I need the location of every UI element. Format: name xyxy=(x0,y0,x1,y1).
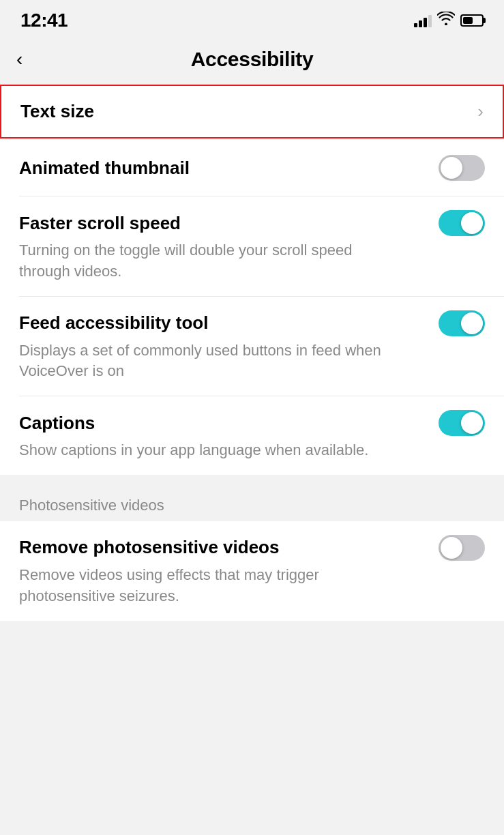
section-separator xyxy=(0,476,504,486)
captions-label: Captions xyxy=(19,413,95,434)
faster-scroll-desc: Turning on the toggle will double your s… xyxy=(19,240,401,282)
photosensitive-section: Remove photosensitive videos Remove vide… xyxy=(0,521,504,621)
wifi-icon xyxy=(437,12,455,29)
feed-accessibility-item: Feed accessibility tool Displays a set o… xyxy=(0,297,504,396)
text-size-item[interactable]: Text size › xyxy=(1,86,503,137)
animated-thumbnail-label: Animated thumbnail xyxy=(19,158,190,179)
battery-icon xyxy=(460,14,484,27)
feed-accessibility-toggle[interactable] xyxy=(439,310,485,336)
text-size-chevron: › xyxy=(477,101,484,122)
back-button[interactable]: ‹ xyxy=(16,50,23,69)
captions-desc: Show captions in your app language when … xyxy=(19,440,401,461)
status-time: 12:41 xyxy=(20,10,68,31)
text-size-section: Text size › xyxy=(0,85,504,138)
text-size-label: Text size xyxy=(20,101,94,122)
remove-photosensitive-item: Remove photosensitive videos Remove vide… xyxy=(0,521,504,621)
feed-accessibility-label: Feed accessibility tool xyxy=(19,312,208,334)
page-title: Accessibility xyxy=(191,48,314,71)
page-header: ‹ Accessibility xyxy=(0,37,504,85)
captions-toggle[interactable] xyxy=(439,410,485,436)
signal-icon xyxy=(414,14,432,27)
faster-scroll-label: Faster scroll speed xyxy=(19,213,181,234)
status-bar: 12:41 xyxy=(0,0,504,37)
animated-thumbnail-item: Animated thumbnail xyxy=(0,140,504,196)
remove-photosensitive-label: Remove photosensitive videos xyxy=(19,537,279,558)
feed-accessibility-desc: Displays a set of commonly used buttons … xyxy=(19,340,401,383)
captions-item: Captions Show captions in your app langu… xyxy=(0,396,504,475)
status-icons xyxy=(414,12,484,29)
remove-photosensitive-toggle[interactable] xyxy=(439,535,485,561)
photosensitive-section-label: Photosensitive videos xyxy=(0,486,504,521)
faster-scroll-toggle[interactable] xyxy=(439,210,485,236)
remove-photosensitive-desc: Remove videos using effects that may tri… xyxy=(19,565,401,607)
animated-thumbnail-section: Animated thumbnail Faster scroll speed T… xyxy=(0,140,504,475)
animated-thumbnail-toggle[interactable] xyxy=(439,155,485,181)
faster-scroll-item: Faster scroll speed Turning on the toggl… xyxy=(0,196,504,296)
